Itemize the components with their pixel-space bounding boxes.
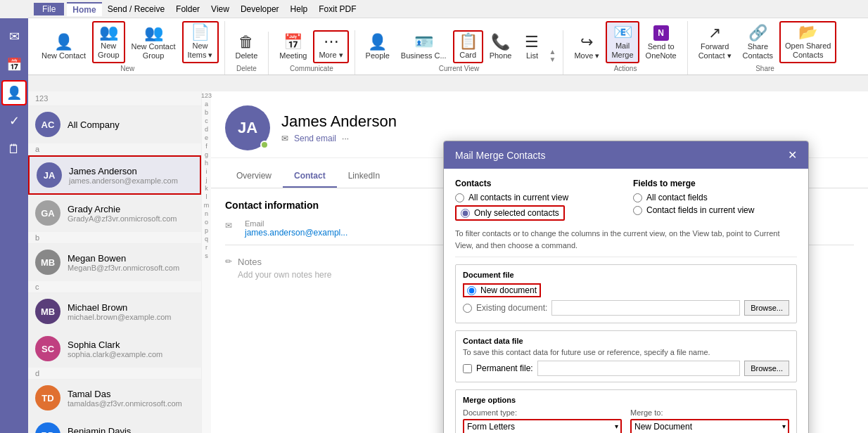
existing-doc-input[interactable] — [551, 300, 740, 316]
list-view-button[interactable]: ☰ List — [518, 32, 546, 63]
sidebar-icon-notes[interactable]: 🗒 — [1, 136, 27, 162]
contact-item-james-anderson[interactable]: JA James Anderson james.anderson@example… — [28, 155, 201, 195]
alpha-index-i[interactable]: i — [205, 167, 208, 176]
meeting-button[interactable]: 📅 Meeting — [274, 32, 312, 63]
menu-send-receive[interactable]: Send / Receive — [102, 3, 170, 15]
detail-email-row: ✉ Send email ··· — [281, 134, 397, 143]
alpha-index-f[interactable]: f — [205, 142, 208, 150]
more-button[interactable]: ⋯ More ▾ — [313, 30, 348, 63]
sidebar-icon-mail[interactable]: ✉ — [1, 24, 27, 49]
contact-name-james-anderson: James Anderson — [69, 166, 178, 176]
new-group-button[interactable]: 👥 NewGroup — [92, 21, 125, 63]
merge-options-row: Document type: Form Letters Mailing Labe… — [463, 408, 789, 433]
send-email-link[interactable]: Send email — [294, 134, 336, 143]
email-value[interactable]: james.anderson@exampl... — [245, 228, 347, 238]
forward-contact-button[interactable]: ↗ ForwardContact ▾ — [694, 22, 736, 63]
alpha-index-d[interactable]: d — [204, 125, 209, 134]
sidebar-icon-calendar[interactable]: 📅 — [1, 52, 27, 77]
new-items-button[interactable]: 📄 NewItems ▾ — [182, 21, 219, 63]
alpha-index-g[interactable]: g — [204, 150, 209, 159]
new-doc-radio[interactable] — [467, 286, 476, 295]
move-button[interactable]: ↪ Move ▾ — [569, 32, 604, 63]
send-to-onenote-button[interactable]: N Send toOneNote — [641, 22, 682, 63]
permanent-file-browse-button[interactable]: Browse... — [744, 361, 789, 376]
modal-close-button[interactable]: ✕ — [788, 148, 797, 162]
share-contacts-button[interactable]: 🔗 ShareContacts — [738, 22, 778, 63]
contact-item-benjamin-davis[interactable]: BD Benjamin Davis benjamin.davis@example… — [28, 417, 201, 433]
alpha-index-b[interactable]: b — [204, 108, 209, 117]
new-contact-group-label: New ContactGroup — [132, 42, 176, 60]
new-contact-button[interactable]: 👤 New Contact — [37, 32, 91, 63]
alpha-header: 123 — [28, 91, 201, 106]
existing-doc-browse-button[interactable]: Browse... — [744, 300, 789, 316]
new-contact-label: New Contact — [42, 51, 86, 60]
contact-info-megan-bowen: Megan Bowen MeganB@zf3vr.onmicrosoft.com — [68, 253, 179, 272]
open-shared-contacts-label: Open SharedContacts — [785, 41, 831, 60]
tab-contact[interactable]: Contact — [283, 165, 337, 188]
alpha-index-r[interactable]: r — [205, 243, 208, 252]
menu-help[interactable]: Help — [285, 3, 314, 15]
card-view-button[interactable]: 📋 Card — [453, 30, 483, 63]
list-icon: ☰ — [525, 34, 539, 50]
ribbon-group-share: ↗ ForwardContact ▾ 🔗 ShareContacts 📂 Ope… — [688, 21, 843, 75]
delete-button[interactable]: 🗑 Delete — [231, 32, 263, 63]
alpha-index-123[interactable]: 123 — [200, 91, 212, 100]
alpha-index-o[interactable]: o — [204, 218, 209, 226]
menu-folder[interactable]: Folder — [170, 3, 205, 15]
detail-avatar-initials: JA — [238, 119, 257, 137]
merge-to-select[interactable]: New Document Printer Email — [632, 420, 788, 433]
menu-developer[interactable]: Developer — [235, 3, 285, 15]
all-fields-radio[interactable] — [633, 193, 642, 202]
permanent-file-input[interactable] — [537, 361, 740, 376]
phone-view-button[interactable]: 📞 Phone — [485, 32, 517, 63]
mail-merge-modal: Mail Merge Contacts ✕ Contacts All conta… — [443, 141, 809, 433]
document-type-select[interactable]: Form Letters Mailing Labels Envelopes Ca… — [464, 420, 620, 433]
alpha-index-s[interactable]: s — [204, 252, 209, 260]
alpha-index-n[interactable]: n — [204, 209, 209, 218]
sidebar-icon-tasks[interactable]: ✓ — [1, 108, 27, 134]
alpha-index-j[interactable]: j — [205, 176, 208, 184]
menu-view[interactable]: View — [205, 3, 235, 15]
phone-label: Phone — [490, 51, 512, 60]
contact-item-tamal-das[interactable]: TD Tamal Das tamaldas@zf3vr.onmicrosoft.… — [28, 380, 201, 417]
contact-email-tamal-das: tamaldas@zf3vr.onmicrosoft.com — [68, 399, 182, 408]
alpha-index-c[interactable]: c — [204, 117, 209, 125]
contact-item-grady-archie[interactable]: GA Grady Archie GradyA@zf3vr.onmicrosoft… — [28, 195, 201, 232]
tab-overview[interactable]: Overview — [225, 165, 283, 188]
notes-placeholder[interactable]: Add your own notes here — [238, 270, 331, 280]
alpha-index-a[interactable]: a — [204, 100, 209, 108]
data-file-info: To save this contact data for future use… — [463, 348, 789, 356]
permanent-file-checkbox[interactable] — [463, 364, 472, 373]
only-selected-radio[interactable] — [461, 209, 470, 218]
business-cards-button[interactable]: 🪪 Business C... — [396, 32, 452, 63]
sidebar-icon-contacts[interactable]: 👤 — [1, 80, 27, 105]
people-view-button[interactable]: 👤 People — [361, 32, 395, 63]
alpha-index-m[interactable]: m — [203, 201, 210, 209]
contact-item-megan-bowen[interactable]: MB Megan Bowen MeganB@zf3vr.onmicrosoft.… — [28, 244, 201, 281]
ribbon-area: File Home Send / Receive Folder View Dev… — [28, 0, 868, 75]
alpha-index-q[interactable]: q — [204, 235, 209, 243]
contact-item-sophia-clark[interactable]: SC Sophia Clark sophia.clark@example.com — [28, 330, 201, 368]
view-scroll-arrows[interactable]: ▲ ▼ — [547, 48, 557, 63]
mail-merge-button[interactable]: 📧 MailMerge — [606, 21, 639, 63]
menu-home[interactable]: Home — [67, 2, 101, 16]
delete-group-label: Delete — [236, 63, 257, 75]
alpha-index-h[interactable]: h — [204, 159, 209, 167]
new-contact-group-button[interactable]: 👥 New ContactGroup — [127, 22, 181, 63]
file-menu[interactable]: File — [34, 3, 64, 15]
menu-foxit[interactable]: Foxit PDF — [313, 3, 362, 15]
more-options-icon[interactable]: ··· — [342, 134, 349, 143]
alpha-index-l[interactable]: l — [205, 193, 208, 201]
contact-item-all-company[interactable]: AC All Company — [28, 106, 201, 143]
alpha-index-p[interactable]: p — [204, 226, 209, 235]
existing-doc-radio[interactable] — [463, 304, 472, 313]
tab-linkedin[interactable]: LinkedIn — [337, 165, 391, 188]
all-contacts-radio[interactable] — [455, 193, 464, 202]
alpha-index-k[interactable]: k — [204, 184, 209, 193]
current-fields-radio[interactable] — [633, 206, 642, 215]
new-group-label: NewGroup — [98, 41, 120, 60]
business-cards-label: Business C... — [401, 51, 447, 60]
open-shared-contacts-button[interactable]: 📂 Open SharedContacts — [779, 21, 836, 63]
contact-item-michael-brown[interactable]: MB Michael Brown michael.brown@example.c… — [28, 293, 201, 330]
alpha-index-e[interactable]: e — [204, 134, 209, 142]
